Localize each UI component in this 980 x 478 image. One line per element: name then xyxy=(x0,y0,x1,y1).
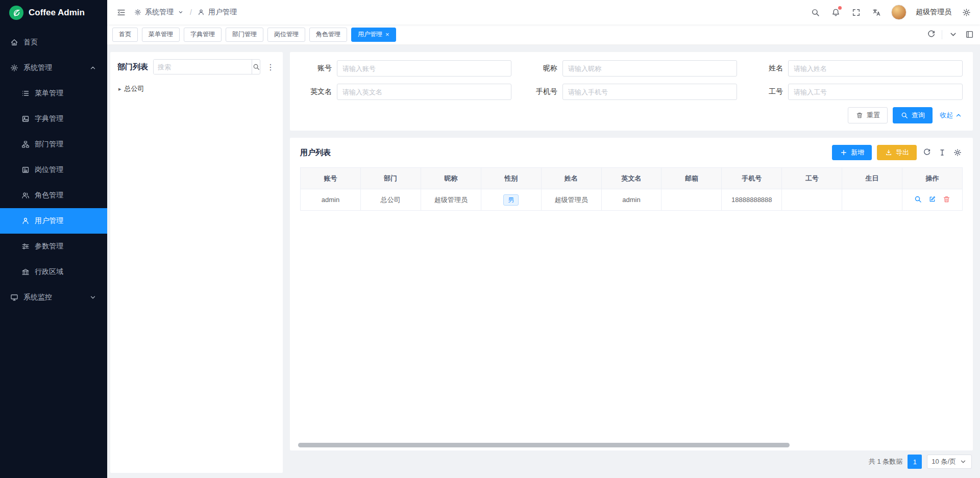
user-list-card: 用户列表 新增 导出 xyxy=(290,138,973,450)
app-title: Coffee Admin xyxy=(29,8,85,18)
fullscreen-icon[interactable] xyxy=(850,7,862,18)
tree-node-root[interactable]: ▸ 总公司 xyxy=(117,82,276,96)
search-button[interactable]: 查询 xyxy=(893,107,933,123)
page-size-select[interactable]: 10 条/页 xyxy=(927,455,972,469)
sidebar-group-monitor[interactable]: 系统监控 xyxy=(0,285,107,310)
col-gender[interactable]: 性别 xyxy=(481,168,541,189)
cell-job-number xyxy=(782,189,842,211)
col-job-number[interactable]: 工号 xyxy=(782,168,842,189)
tree-expand-icon[interactable]: ▸ xyxy=(118,86,121,92)
sidebar-item-post-mgmt[interactable]: 岗位管理 xyxy=(0,157,107,183)
coffee-logo-icon xyxy=(9,6,23,20)
sidebar-item-dict-mgmt[interactable]: 字典管理 xyxy=(0,106,107,132)
filter-field-job-number: 工号 xyxy=(751,84,963,100)
sidebar-item-region-mgmt[interactable]: 行政区域 xyxy=(0,259,107,285)
field-label: 手机号 xyxy=(526,87,557,96)
table-toolbar: 用户列表 新增 导出 xyxy=(300,145,963,160)
translate-icon[interactable] xyxy=(871,7,882,18)
layout-expand-icon[interactable] xyxy=(964,29,975,40)
sidebar-menu: 首页 系统管理 菜单管理 字典管理 部门管理 xyxy=(0,26,107,478)
collapse-filter-link[interactable]: 收起 xyxy=(940,111,963,120)
current-username[interactable]: 超级管理员 xyxy=(916,8,951,17)
sidebar-item-user-mgmt[interactable]: 用户管理 xyxy=(0,208,107,234)
phone-input[interactable] xyxy=(562,84,737,100)
sidebar-fold-icon[interactable] xyxy=(115,7,127,18)
reset-button[interactable]: 重置 xyxy=(848,107,888,123)
view-row-icon[interactable] xyxy=(914,195,922,204)
filter-field-name: 姓名 xyxy=(751,60,963,77)
tabs-menu-chevron-icon[interactable] xyxy=(947,29,959,40)
tab-dept-mgmt[interactable]: 部门管理 xyxy=(226,28,263,42)
department-search-input[interactable] xyxy=(154,60,252,74)
col-name[interactable]: 姓名 xyxy=(541,168,601,189)
breadcrumb-item-system[interactable]: 系统管理 xyxy=(145,8,174,17)
logo: Coffee Admin xyxy=(0,0,107,26)
tree-node-label: 总公司 xyxy=(125,84,144,93)
user-icon xyxy=(21,217,30,225)
tab-role-mgmt[interactable]: 角色管理 xyxy=(309,28,347,42)
horizontal-scrollbar[interactable] xyxy=(298,443,790,447)
col-phone[interactable]: 手机号 xyxy=(722,168,782,189)
job-number-input[interactable] xyxy=(788,84,963,100)
tab-close-icon[interactable]: × xyxy=(385,31,389,38)
sidebar-item-role-mgmt[interactable]: 角色管理 xyxy=(0,183,107,208)
nickname-input[interactable] xyxy=(562,60,737,77)
column-settings-gear-icon[interactable] xyxy=(952,147,963,158)
bell-icon[interactable] xyxy=(830,7,841,18)
account-input[interactable] xyxy=(337,60,511,77)
more-options-icon[interactable]: ⋮ xyxy=(265,62,276,72)
filter-card: 账号 昵称 姓名 英文名 xyxy=(290,52,973,131)
department-panel: 部门列表 ⋮ ▸ 总公司 xyxy=(110,52,283,473)
table-row[interactable]: admin 总公司 超级管理员 男 超级管理员 admin 1888888888… xyxy=(301,189,963,211)
settings-gear-icon[interactable] xyxy=(961,7,972,18)
search-icon[interactable] xyxy=(252,60,260,74)
header-actions: 超级管理员 xyxy=(810,5,972,20)
sidebar-group-system[interactable]: 系统管理 xyxy=(0,55,107,81)
sidebar-item-dept-mgmt[interactable]: 部门管理 xyxy=(0,132,107,157)
top-header: 系统管理 / 用户管理 超级管理员 xyxy=(107,0,980,24)
breadcrumb: 系统管理 / 用户管理 xyxy=(134,8,237,17)
tab-user-mgmt[interactable]: 用户管理× xyxy=(351,28,396,42)
sidebar-item-menu-mgmt[interactable]: 菜单管理 xyxy=(0,81,107,106)
tab-home[interactable]: 首页 xyxy=(112,28,138,42)
delete-row-icon[interactable] xyxy=(943,195,951,204)
tab-menu-mgmt[interactable]: 菜单管理 xyxy=(142,28,180,42)
breadcrumb-item-user: 用户管理 xyxy=(208,8,237,17)
tab-dict-mgmt[interactable]: 字典管理 xyxy=(184,28,222,42)
col-department[interactable]: 部门 xyxy=(360,168,421,189)
export-button[interactable]: 导出 xyxy=(877,145,917,160)
sidebar-item-param-mgmt[interactable]: 参数管理 xyxy=(0,234,107,259)
dictionary-icon xyxy=(21,115,30,123)
sidebar-item-home[interactable]: 首页 xyxy=(0,30,107,55)
collapse-label: 收起 xyxy=(940,111,953,120)
cell-name: 超级管理员 xyxy=(541,189,601,211)
sidebar-group-label: 系统管理 xyxy=(23,63,52,72)
gear-icon xyxy=(10,64,18,72)
edit-row-icon[interactable] xyxy=(928,195,937,204)
chevron-down-icon xyxy=(89,293,97,301)
col-account[interactable]: 账号 xyxy=(301,168,361,189)
col-nickname[interactable]: 昵称 xyxy=(421,168,481,189)
department-search-box xyxy=(153,59,260,74)
english-name-input[interactable] xyxy=(337,84,511,100)
gear-icon xyxy=(134,8,142,16)
col-email[interactable]: 邮箱 xyxy=(662,168,722,189)
cell-department: 总公司 xyxy=(360,189,421,211)
page-button-1[interactable]: 1 xyxy=(908,455,922,469)
name-input[interactable] xyxy=(788,60,963,77)
refresh-icon[interactable] xyxy=(922,147,932,158)
search-button-label: 查询 xyxy=(912,111,925,120)
col-english-name[interactable]: 英文名 xyxy=(601,168,662,189)
col-birthday[interactable]: 生日 xyxy=(842,168,902,189)
text-size-icon[interactable] xyxy=(937,147,947,158)
search-icon[interactable] xyxy=(810,7,821,18)
field-label: 账号 xyxy=(300,64,332,73)
refresh-icon[interactable] xyxy=(925,29,937,40)
content: 部门列表 ⋮ ▸ 总公司 xyxy=(107,45,980,478)
user-avatar[interactable] xyxy=(891,5,906,20)
pagination: 共 1 条数据 1 10 条/页 xyxy=(290,450,973,473)
export-button-label: 导出 xyxy=(896,148,909,157)
tab-post-mgmt[interactable]: 岗位管理 xyxy=(267,28,305,42)
add-user-button[interactable]: 新增 xyxy=(832,145,872,160)
department-tree: ▸ 总公司 xyxy=(117,82,276,96)
